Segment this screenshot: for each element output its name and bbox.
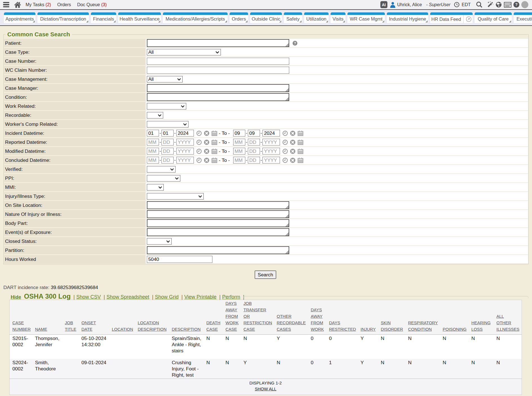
svg-text:?: ? [515, 2, 518, 7]
